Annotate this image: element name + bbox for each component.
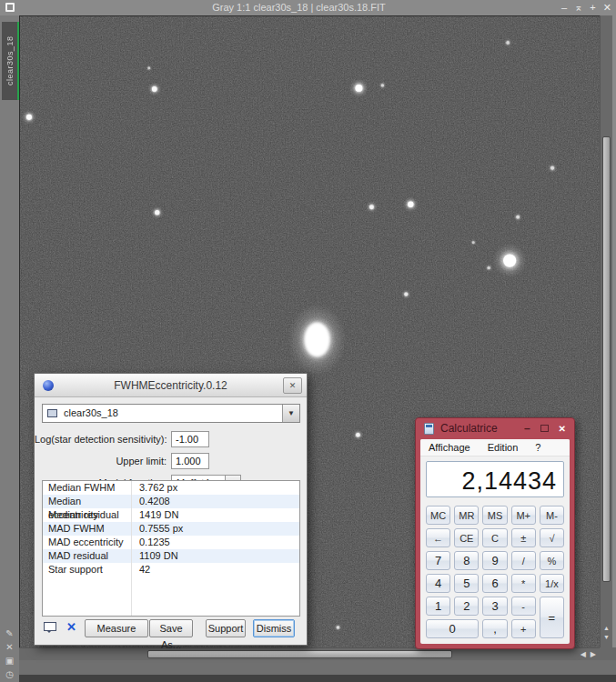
save-as-button[interactable]: Save As... [149, 619, 193, 637]
view-selector[interactable]: clear30s_18 ▼ [42, 404, 300, 423]
result-value: 42 [131, 563, 150, 577]
horizontal-scrollbar[interactable]: ◀ ▶ [19, 647, 600, 660]
calc-key-0[interactable]: 0 [426, 619, 479, 638]
calc-key-c[interactable]: C [482, 528, 507, 547]
dialog-title: FWHMEccentricity.0.12 [35, 374, 307, 397]
calc-key-m-minus[interactable]: M- [540, 506, 564, 525]
dialog-titlebar[interactable]: FWHMEccentricity.0.12 ✕ [35, 374, 307, 397]
scroll-right-icon[interactable]: ▶ [591, 651, 596, 658]
snapshot-icon[interactable]: ✕ [66, 620, 76, 634]
result-row: MAD FWHM0.7555 px [43, 522, 299, 536]
calculator-icon [424, 423, 434, 435]
vertical-scrollbar[interactable]: ▲ ▼ [600, 15, 612, 647]
calc-key-percent[interactable]: % [540, 551, 564, 570]
dismiss-button[interactable]: Dismiss [253, 619, 295, 637]
calc-keypad: MCMRMSM+M-←CEC±√789/%456*1/x123-=0,+ [420, 502, 570, 644]
calc-key-multiply[interactable]: * [511, 574, 536, 593]
calc-key-5[interactable]: 5 [454, 574, 479, 593]
bottom-band [19, 660, 616, 675]
result-row: Median residual1419 DN [43, 508, 299, 522]
calc-key-backspace[interactable]: ← [426, 528, 450, 547]
result-value: 3.762 px [131, 481, 177, 495]
calc-key-mc[interactable]: MC [426, 506, 450, 525]
calculator-body: AffichageEdition? 2,14434 MCMRMSM+M-←CEC… [420, 439, 570, 644]
documentation-icon[interactable] [44, 622, 56, 631]
sensitivity-input[interactable]: -1.00 [171, 431, 209, 447]
edit-icon[interactable]: ✎ [5, 629, 13, 638]
calculator-window: Calculatrice – ✕ AffichageEdition? 2,144… [415, 417, 575, 649]
result-value: 1419 DN [131, 508, 178, 522]
scroll-down-icon[interactable]: ▼ [603, 634, 610, 640]
result-row: Star support42 [43, 563, 299, 577]
dialog-button-bar: ✕ MeasureSave As...SupportDismiss [42, 619, 301, 638]
vertical-scrollbar-thumb[interactable] [602, 136, 611, 582]
result-value: 0.4208 [131, 495, 170, 508]
close-all-icon[interactable]: ✕ [5, 643, 13, 652]
result-value: 0.7555 px [131, 522, 183, 536]
upper-limit-input[interactable]: 1.000 [171, 453, 209, 469]
calc-key-3[interactable]: 3 [482, 597, 507, 616]
calculator-display-value: 2,14434 [461, 467, 557, 496]
calculator-window-controls: – ✕ [524, 420, 566, 436]
menu-item-[interactable]: ? [535, 442, 540, 453]
calculator-maximize-button[interactable] [540, 425, 549, 432]
calculator-minimize-button[interactable]: – [524, 422, 530, 435]
image-window-icon [47, 409, 57, 417]
image-tab[interactable]: clear30s_18 [2, 22, 17, 100]
calc-key-1[interactable]: 1 [426, 597, 450, 616]
calculator-display: 2,14434 [426, 461, 564, 497]
view-selector-value: clear30s_18 [64, 407, 118, 418]
menu-item-edition[interactable]: Edition [488, 442, 519, 453]
calc-key-divide[interactable]: / [511, 551, 536, 570]
scroll-left-icon[interactable]: ◀ [581, 651, 586, 658]
result-name: MAD eccentricity [43, 536, 131, 549]
result-name: Median FWHM [43, 481, 131, 495]
shade-icon[interactable]: ⌅ [574, 1, 582, 15]
measure-button[interactable]: Measure [85, 619, 148, 637]
sensitivity-row: Log(star detection sensitivity): -1.00 [35, 431, 307, 447]
view-selector-dropdown-icon[interactable]: ▼ [282, 405, 299, 422]
vertical-scroll-arrows: ▲ ▼ [601, 625, 612, 640]
result-value: 1109 DN [131, 549, 178, 563]
result-row: MAD eccentricity0.1235 [43, 536, 299, 549]
calc-key-4[interactable]: 4 [426, 574, 450, 593]
calc-key-8[interactable]: 8 [454, 551, 479, 570]
result-name: Median eccentricity [43, 495, 131, 508]
scroll-up-icon[interactable]: ▲ [603, 625, 610, 631]
calc-key-ms[interactable]: MS [482, 506, 507, 525]
calc-key-2[interactable]: 2 [454, 597, 479, 616]
history-icon[interactable]: ◷ [5, 670, 14, 679]
calc-key-6[interactable]: 6 [482, 574, 507, 593]
image-window-titlebar[interactable]: Gray 1:1 clear30s_18 | clear30s.18.FIT –… [0, 0, 616, 15]
calc-key-comma[interactable]: , [482, 619, 507, 638]
calc-key-m-plus[interactable]: M+ [511, 506, 536, 525]
menu-item-affichage[interactable]: Affichage [429, 442, 470, 453]
support-button[interactable]: Support [206, 619, 246, 637]
horizontal-scrollbar-thumb[interactable] [147, 650, 452, 658]
calc-key-negate[interactable]: ± [511, 528, 536, 547]
calc-key-minus[interactable]: - [511, 597, 536, 616]
zoom-icon[interactable]: + [590, 1, 595, 15]
minimize-icon[interactable]: – [561, 1, 567, 15]
calc-key-mr[interactable]: MR [454, 506, 479, 525]
calc-key-9[interactable]: 9 [482, 551, 507, 570]
left-toolbar: ✎✕▣◷ [0, 629, 19, 679]
calc-key-ce[interactable]: CE [454, 528, 479, 547]
fwhm-eccentricity-dialog: FWHMEccentricity.0.12 ✕ clear30s_18 ▼ Lo… [34, 373, 308, 646]
calc-key-reciprocal[interactable]: 1/x [540, 574, 564, 593]
result-name: Median residual [43, 508, 131, 522]
bottom-edge [19, 675, 616, 682]
close-icon[interactable]: ✕ [603, 1, 611, 15]
window-controls: –⌅+✕ [561, 1, 611, 15]
calculator-close-button[interactable]: ✕ [559, 424, 566, 434]
windows-icon[interactable]: ▣ [5, 657, 14, 666]
result-name: MAD FWHM [43, 522, 131, 536]
calc-key-plus[interactable]: + [511, 619, 536, 638]
scrollbar-corner [600, 647, 616, 660]
calc-key-equals[interactable]: = [540, 597, 564, 638]
dialog-close-button[interactable]: ✕ [283, 377, 302, 394]
calc-key-7[interactable]: 7 [426, 551, 450, 570]
horizontal-scroll-arrows: ◀ ▶ [581, 651, 596, 658]
calc-key-sqrt[interactable]: √ [540, 528, 564, 547]
calculator-titlebar[interactable]: Calculatrice – ✕ [416, 418, 574, 439]
